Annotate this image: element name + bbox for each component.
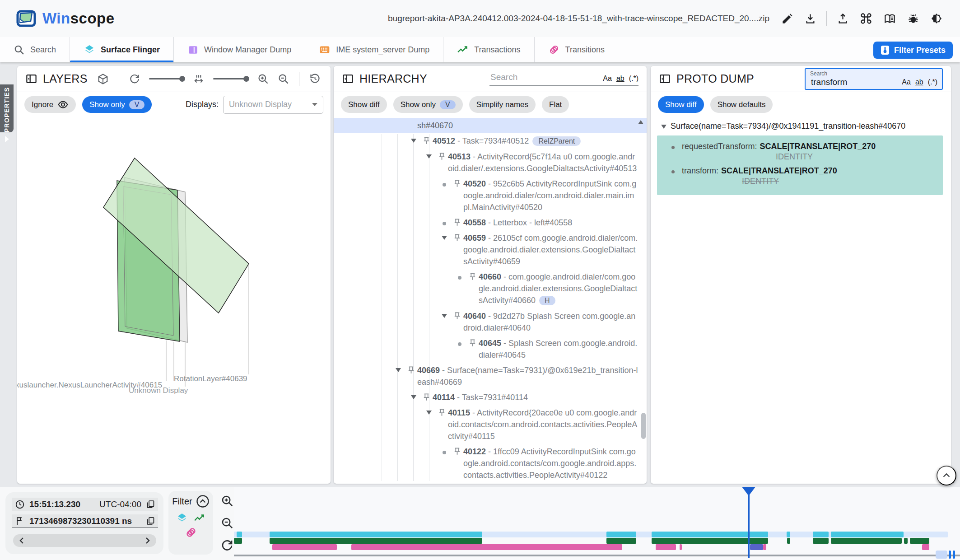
rotation-button[interactable] <box>127 72 142 86</box>
simplify-names-chip[interactable]: Simplify names <box>469 96 536 113</box>
tree-node[interactable]: 40122 - 1ffcc09 ActivityRecordInputSink … <box>334 444 647 483</box>
proto-property[interactable]: transform:SCALE|TRANSLATE|ROT_270 IDENTI… <box>662 164 938 189</box>
tree-node[interactable]: 40655 - 4f54cf7 com.google.android.conta… <box>334 483 647 484</box>
show-only-visible-chip[interactable]: Show only V <box>393 96 463 113</box>
trace-segment[interactable] <box>351 544 622 550</box>
expand-arrow-icon[interactable] <box>422 151 436 159</box>
expand-timeline-button[interactable] <box>937 466 956 485</box>
timezone-label[interactable]: UTC-04:00 <box>99 499 141 509</box>
tree-node[interactable]: 40645 - Splash Screen com.google.android… <box>334 336 647 363</box>
pin-icon[interactable] <box>466 271 479 281</box>
pin-icon[interactable] <box>451 178 463 188</box>
pin-icon[interactable] <box>436 407 448 417</box>
edit-button[interactable] <box>778 9 797 28</box>
trace-segment[interactable] <box>922 544 929 550</box>
show-diff-chip[interactable]: Show diff <box>341 96 387 113</box>
pin-icon[interactable] <box>420 392 433 401</box>
timeline-zoom-in-button[interactable] <box>219 493 235 509</box>
expand-arrow-icon[interactable] <box>407 392 420 400</box>
next-entry-icon[interactable] <box>144 537 151 544</box>
timeline-cursor-line[interactable] <box>748 494 750 558</box>
trace-segment[interactable] <box>656 544 676 550</box>
panel-toggle-icon[interactable] <box>342 73 354 85</box>
collapse-filter-icon[interactable] <box>196 495 210 508</box>
transitions-filter-icon[interactable] <box>185 526 197 539</box>
transitions-track[interactable] <box>234 544 960 550</box>
show-defaults-chip[interactable]: Show defaults <box>710 96 773 113</box>
regex-toggle[interactable]: (.*) <box>928 78 937 86</box>
trace-segment[interactable] <box>270 538 482 544</box>
tree-node[interactable]: 40115 - ActivityRecord{20ace0e u0 com.go… <box>334 405 647 444</box>
trace-segment[interactable] <box>680 544 682 550</box>
tab-ime-system-server-dump[interactable]: IME system_server Dump <box>305 37 443 62</box>
properties-panel-tab[interactable]: PROPERTIES <box>0 84 14 132</box>
tree-node[interactable]: 40660 - com.google.android.dialer/com.go… <box>334 269 647 308</box>
trace-segment[interactable] <box>763 544 766 550</box>
trace-segment[interactable] <box>234 538 242 544</box>
reset-view-button[interactable] <box>308 71 322 86</box>
show-only-visible-chip[interactable]: Show only V <box>82 96 152 113</box>
documentation-button[interactable] <box>880 9 900 28</box>
tab-window-manager-dump[interactable]: Window Manager Dump <box>174 37 305 62</box>
proto-search-input[interactable] <box>810 77 902 88</box>
match-word-toggle[interactable]: ab <box>915 78 923 86</box>
timeline-scrollbar-handle[interactable] <box>949 551 951 559</box>
expand-arrow-icon[interactable] <box>438 310 451 318</box>
panel-toggle-icon[interactable] <box>25 73 37 85</box>
pin-icon[interactable] <box>451 310 463 320</box>
previous-entry-icon[interactable] <box>19 537 26 544</box>
panel-toggle-icon[interactable] <box>659 73 671 85</box>
match-case-toggle[interactable]: Aa <box>902 78 911 86</box>
tree-node[interactable]: 40669 - Surface(name=Task=7931)/@0x619e2… <box>334 363 647 390</box>
proto-property[interactable]: requestedTransform:SCALE|TRANSLATE|ROT_2… <box>662 140 938 164</box>
expand-arrow-icon[interactable] <box>407 135 420 143</box>
zoom-out-button[interactable] <box>276 71 291 86</box>
trace-segment[interactable] <box>813 538 829 544</box>
layers-3d-canvas[interactable]: RotationLayer#40639 xuslauncher.NexusLau… <box>17 117 331 484</box>
download-button[interactable] <box>801 9 820 28</box>
ns-time-field[interactable]: 1713469873230110391 ns <box>12 514 158 528</box>
flat-chip[interactable]: Flat <box>542 96 569 113</box>
tree-node[interactable]: 40513 - ActivityRecord{5c7f14a u0 com.go… <box>334 149 647 176</box>
3d-view-button[interactable] <box>95 71 111 87</box>
tree-node[interactable]: 40520 - 952c6b5 ActivityRecordInputSink … <box>334 176 647 215</box>
regex-toggle[interactable]: (.*) <box>629 75 638 83</box>
trace-segment[interactable] <box>831 532 904 537</box>
expand-arrow-icon[interactable] <box>422 407 436 415</box>
match-word-toggle[interactable]: ab <box>616 75 624 83</box>
layer-label-rotation[interactable]: RotationLayer#40639 <box>174 374 247 383</box>
timeline[interactable] <box>234 487 960 560</box>
tree-node[interactable]: 40640 - 9d2d27b Splash Screen com.google… <box>334 308 647 336</box>
pin-icon[interactable] <box>436 151 448 161</box>
tab-transactions[interactable]: Transactions <box>443 37 534 62</box>
shortcuts-button[interactable] <box>856 9 876 28</box>
trace-segment[interactable] <box>910 538 929 544</box>
surface-flinger-filter-icon[interactable] <box>176 513 188 523</box>
trace-segment[interactable] <box>787 532 790 537</box>
trace-segment[interactable] <box>652 532 769 537</box>
trace-segment[interactable] <box>237 532 242 537</box>
collapse-arrow-icon[interactable] <box>657 121 671 129</box>
trace-segment[interactable] <box>831 538 902 544</box>
tab-transitions[interactable]: Transitions <box>535 37 618 62</box>
transactions-track[interactable] <box>234 538 960 544</box>
trace-segment[interactable] <box>787 538 790 544</box>
trace-segment[interactable] <box>904 538 908 544</box>
report-bug-button[interactable] <box>904 9 923 28</box>
displays-select[interactable]: Unknown Display <box>223 96 323 114</box>
surface-flinger-track[interactable] <box>234 532 960 537</box>
hierarchy-scrollbar[interactable] <box>641 413 646 439</box>
timeline-scrollbar-handle[interactable] <box>953 551 955 559</box>
expand-arrow-icon[interactable] <box>391 364 405 373</box>
tab-search[interactable]: Search <box>0 37 70 62</box>
tab-surface-flinger[interactable]: Surface Flinger <box>70 37 173 62</box>
slider-control[interactable] <box>213 78 248 79</box>
tree-node[interactable]: 40114 - Task=7931#40114 <box>334 390 647 405</box>
trace-segment[interactable] <box>813 532 829 537</box>
proto-root-node[interactable]: Surface(name=Task=7934)/@0x1941191_trans… <box>651 117 951 134</box>
timeline-scrollbar-rail[interactable] <box>234 555 960 556</box>
ignore-visibility-chip[interactable]: Ignore <box>24 96 76 113</box>
trace-segment[interactable] <box>606 538 636 544</box>
expand-arrow-icon[interactable] <box>438 232 451 240</box>
timeline-zoom-out-button[interactable] <box>219 515 235 531</box>
